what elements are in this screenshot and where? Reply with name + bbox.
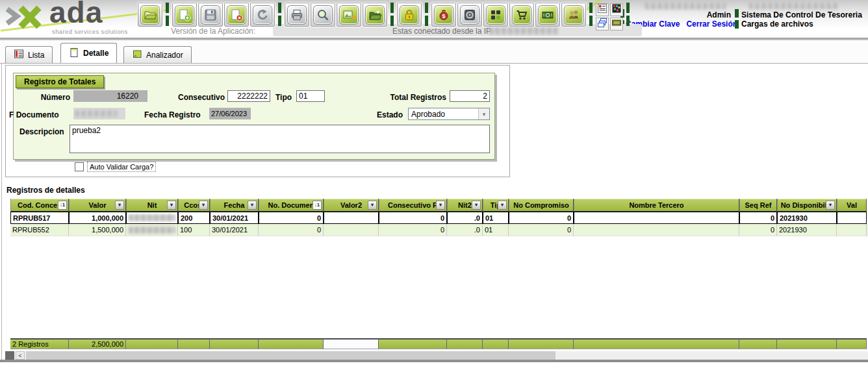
tab-lista[interactable]: Lista [5,46,53,63]
tab-analizador[interactable]: Analizador [123,46,192,63]
money-bag-button[interactable]: $ [431,3,456,27]
descripcion-textarea[interactable]: prueba2 [70,125,490,153]
total-registros-field[interactable]: 2 [450,90,490,102]
column-header-valor[interactable]: Valor▾ [69,199,126,212]
grid-cell-val[interactable] [837,212,867,224]
add-folder-button[interactable] [363,3,387,27]
column-header-no-documen[interactable]: No. Documen↓1 [259,199,324,212]
sort-icon[interactable]: ↓1 [58,201,67,210]
filter-dropdown-icon[interactable]: ▾ [199,201,208,210]
report-button[interactable] [596,3,609,16]
f-documento-field[interactable] [73,108,125,119]
export-image-button[interactable] [337,3,361,27]
auto-validar-checkbox[interactable] [75,162,84,171]
filter-dropdown-icon[interactable]: ▾ [436,201,445,210]
grid-cell-no-compromiso[interactable]: 0 [509,212,574,224]
column-header-fecha[interactable]: Fecha▾ [210,199,259,212]
grid-cell-no-documen[interactable]: 0 [259,224,324,236]
consecutivo-field[interactable]: 2222222 [227,90,270,102]
grid-cell-consecutivo-r[interactable]: 0 [379,224,447,236]
safe-button[interactable] [457,3,482,27]
filter-dropdown-icon[interactable]: ▾ [248,201,257,210]
tab-detalle[interactable]: Detalle [60,43,117,63]
lock-button[interactable] [397,3,422,27]
filter-dropdown-icon[interactable]: ▾ [826,201,835,210]
column-header-no-compromiso[interactable]: No Compromiso [509,199,574,212]
grid-cell-nit[interactable] [126,212,178,224]
grid-cell-nombre-tercero[interactable] [574,224,739,236]
grid-cell-tip[interactable]: 01 [483,224,509,236]
column-header-valor2[interactable]: Valor2▾ [324,199,379,212]
save-button[interactable] [198,3,223,27]
grid-cell-no-disponibilid[interactable]: 2021930 [777,212,837,224]
grid-row[interactable]: RPRUB5521,500,00010030/01/202100.0010020… [10,224,868,236]
filter-dropdown-icon[interactable]: ▾ [115,201,124,210]
grid-header-row: Cod. Concep↓1Valor▾Nit▾Ccost▾Fecha▾No. D… [10,199,868,212]
logout-link[interactable]: Cerrar Sesión [686,19,737,29]
column-header-val[interactable]: Val [837,199,867,212]
column-header-cod-concep[interactable]: Cod. Concep↓1 [10,199,69,212]
grid-cell-no-disponibilid[interactable]: 2021930 [777,224,837,236]
column-header-seq-ref[interactable]: Seq Ref [739,199,777,212]
open-folder-button[interactable] [138,3,162,27]
cascade-windows-button[interactable] [596,18,609,31]
auto-validar-label[interactable]: Auto Validar Carga? [87,162,156,172]
grid-cell-seq-ref[interactable]: 0 [739,212,777,224]
grid-section-title: Registros de detalles [6,186,85,195]
grid-cell-nombre-tercero[interactable] [574,212,739,224]
grid-cell-valor2[interactable] [324,224,379,236]
column-header-no-disponibilid[interactable]: No Disponibilid▾ [777,199,837,212]
grid-cell-val[interactable] [837,224,867,236]
filter-dropdown-icon[interactable]: ▾ [498,201,507,210]
grid-cell-no-documen[interactable]: 0 [259,212,324,224]
grid-cell-valor[interactable]: 1,500,000 [69,224,126,236]
grid-cell-ccost[interactable]: 200 [178,212,210,224]
grid-cell-fecha[interactable]: 30/01/2021 [210,224,259,236]
column-header-tip[interactable]: Tip▾ [483,199,509,212]
grid-cell-nit[interactable] [126,224,178,236]
filter-dropdown-icon[interactable]: ▾ [368,201,377,210]
apps-grid-button[interactable] [483,3,508,27]
new-document-button[interactable] [172,3,197,27]
scroll-left-button[interactable]: < [16,351,25,360]
column-header-ccost[interactable]: Ccost▾ [178,199,210,212]
grid-cell-cod-concep[interactable]: RPRUB517 [10,212,69,224]
grid-cell-nit2[interactable]: .0 [447,224,483,236]
filter-dropdown-icon[interactable]: ▾ [472,201,481,210]
column-header-nombre-tercero[interactable]: Nombre Tercero [574,199,739,212]
column-header-nit[interactable]: Nit▾ [126,199,178,212]
users-button[interactable] [561,3,586,27]
delete-document-button[interactable] [224,3,249,27]
search-button[interactable] [311,3,335,27]
logged-user-label: Admin [650,10,731,19]
footer-cell-nit [126,338,178,349]
grid-cell-valor2[interactable] [324,212,379,224]
grid-cell-seq-ref[interactable]: 0 [739,224,777,236]
grid-cell-tip[interactable]: 01 [483,212,509,224]
grid-cell-ccost[interactable]: 100 [178,224,210,236]
grid-cell-cod-concep[interactable]: RPRUB552 [10,224,69,236]
estado-dropdown[interactable]: Aprobado ▾ [408,108,490,120]
grid-cell-nit2[interactable]: .0 [447,212,483,224]
chevron-down-icon[interactable]: ▾ [478,108,489,119]
banknote-icon [539,6,557,24]
sort-icon[interactable]: ↓1 [313,201,322,210]
banknote-button[interactable] [535,3,560,27]
toolbar-separator [735,9,739,29]
tipo-field[interactable]: 01 [296,90,325,102]
grid-cell-fecha[interactable]: 30/01/2021 [210,212,259,224]
pixel-chart-button[interactable] [610,3,623,16]
grid-cell-consecutivo-r[interactable]: 0 [379,212,447,224]
footer-cell-no-disponibilid [777,338,837,349]
grid-cell-valor[interactable]: 1,000,000 [69,212,126,224]
scrollbar-thumb[interactable] [26,351,555,360]
grid-cell-no-compromiso[interactable]: 0 [509,224,574,236]
column-header-nit2[interactable]: Nit2▾ [447,199,483,212]
filter-dropdown-icon[interactable]: ▾ [167,201,176,210]
grid-row[interactable]: RPRUB5171,000,00020030/01/202100.0010020… [10,212,868,224]
cash-button[interactable] [610,18,623,31]
print-button[interactable] [285,3,309,27]
undo-button[interactable] [250,3,275,27]
column-header-consecutivo-r[interactable]: Consecutivo R▾ [379,199,447,212]
cart-button[interactable] [509,3,534,27]
